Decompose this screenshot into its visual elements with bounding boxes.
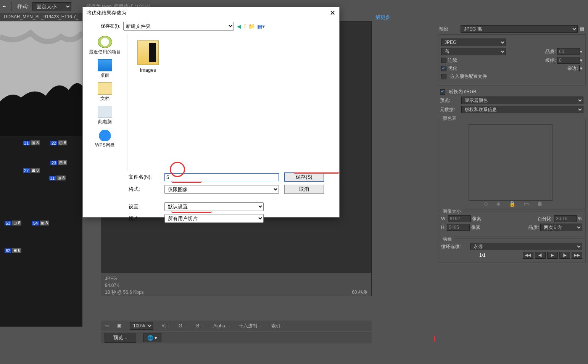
info-bar: ▭ ▣ 100% R: -- G: -- B: -- Alpha: -- 十六进… (101, 321, 372, 331)
px-label: 像素 (472, 216, 481, 221)
meta-select[interactable]: 版权和联系信息 (461, 106, 583, 113)
swatch-icon[interactable]: ◇ (484, 201, 488, 207)
embed-profile-checkbox[interactable] (441, 74, 446, 79)
format-label: 格式: (129, 186, 159, 193)
slice-marker[interactable]: 54⊞ 8 (32, 221, 49, 225)
info-r: R: -- (161, 323, 170, 329)
px-label: 像素 (471, 225, 480, 230)
format-select-dialog[interactable]: 仅限图像 (164, 185, 279, 194)
frame-indicator: 1/1 (479, 253, 486, 258)
slice-marker[interactable]: 62⊞ 8 (5, 248, 21, 253)
preview-select[interactable]: 显示器颜色 (461, 97, 583, 104)
folder-icon (137, 40, 159, 65)
slice-marker[interactable]: 27⊞ 8 (23, 168, 40, 173)
info-b: B: -- (196, 323, 205, 329)
loop-select[interactable]: 永远 (470, 243, 582, 250)
save-in-select[interactable]: 新建文件夹 (123, 22, 234, 31)
new-icon[interactable]: ▭ (524, 201, 529, 207)
place-this-pc[interactable]: 此电脑 (98, 106, 112, 125)
new-folder-icon[interactable]: 📁 (248, 23, 255, 29)
resample-select[interactable]: 两次立方 (540, 224, 582, 231)
place-recent[interactable]: 最近使用的项目 (89, 36, 121, 55)
preset-select[interactable]: JPEG 高 (461, 25, 578, 33)
places-sidebar: 最近使用的项目 桌面 文档 此电脑 WPS网盘 (83, 34, 127, 171)
dropdown-icon[interactable]: ▾ (580, 49, 582, 54)
status-time: 18 秒 @ 56.6 Kbps (105, 289, 144, 296)
view-menu-icon[interactable]: ▦▾ (257, 23, 265, 29)
preview-button[interactable]: 预览... (105, 333, 136, 343)
dialog-save-button[interactable]: 保存(S) (284, 172, 324, 182)
slice-marker[interactable]: 53⊞ 8 (5, 221, 21, 225)
cube-icon[interactable]: ◈ (496, 201, 501, 207)
place-desktop[interactable]: 桌面 (98, 59, 112, 79)
percent-input[interactable] (554, 215, 577, 222)
w-label: W: (441, 216, 446, 221)
slice-marker[interactable]: 23⊞ 8 (50, 160, 67, 165)
quality-level-select[interactable]: 高 (441, 48, 506, 55)
next-frame-button[interactable]: |▶ (559, 252, 570, 259)
h-label: H: (441, 225, 446, 230)
panel-menu-icon[interactable]: ▤ (580, 26, 584, 32)
folder-name: images (134, 67, 163, 73)
slice-marker[interactable]: 31⊞ 8 (49, 176, 66, 180)
slice-label: 切片: (129, 215, 159, 222)
srgb-checkbox[interactable] (440, 89, 445, 95)
dropdown-icon[interactable]: ▾ (580, 58, 582, 63)
playback-controls: ◀◀ ◀| ▶ |▶ ▶▶ (523, 252, 582, 259)
file-list[interactable]: images (127, 34, 339, 171)
separator (77, 2, 77, 11)
learn-more-link[interactable]: 解更多 (375, 14, 390, 21)
filename-input[interactable] (164, 173, 279, 181)
loop-label: 循环选项: (441, 243, 468, 250)
dropdown-icon[interactable]: ▾ (580, 66, 582, 71)
slice-marker[interactable]: 22⊞ 8 (50, 140, 67, 145)
last-frame-button[interactable]: ▶▶ (572, 252, 582, 259)
prev-frame-button[interactable]: ◀| (535, 252, 546, 259)
progressive-label: 连续 (448, 58, 457, 63)
slice-marker[interactable]: 21⊞ 8 (23, 140, 40, 145)
status-quality: 60 品质 (352, 289, 367, 296)
trash-icon[interactable]: 🗑 (537, 201, 543, 207)
place-wps-cloud[interactable]: WPS网盘 (95, 129, 114, 148)
zoom-in-icon[interactable]: ▣ (117, 323, 121, 329)
back-icon[interactable]: ◀ (237, 23, 241, 29)
brush-icon: ✒ (2, 4, 6, 9)
document-tab[interactable]: GDSAR_MYN_SL_919423_E116.7_ (0, 13, 82, 21)
lock-icon[interactable]: 🔒 (509, 201, 516, 207)
style-label: 样式: (17, 3, 29, 10)
folder-item[interactable]: images (134, 40, 163, 73)
percent-unit: % (578, 216, 582, 221)
blur-input[interactable] (557, 57, 580, 64)
first-frame-button[interactable]: ◀◀ (523, 252, 533, 259)
settings-select[interactable]: 默认设置 (164, 202, 264, 211)
embed-profile-label: 嵌入颜色配置文件 (450, 73, 487, 80)
status-size: 94.07K (105, 282, 367, 289)
zoom-select[interactable]: 100% (130, 322, 153, 330)
height-input[interactable] (447, 224, 470, 231)
color-table-group: 颜色表 ◇ ◈ 🔒 ▭ 🗑 (438, 118, 586, 209)
format-group: JPEG 高 品质: ▾ 连续 模糊: ▾ 优化 杂边: ▾ 嵌入颜色配置文件 (438, 34, 586, 85)
quality-input[interactable] (557, 48, 580, 55)
dialog-titlebar: 将优化结果存储为 ✕ (83, 7, 339, 19)
close-icon[interactable]: ✕ (330, 9, 335, 17)
style-select[interactable]: 固定大小 (32, 2, 71, 11)
play-button[interactable]: ▶ (547, 252, 558, 259)
slice-select[interactable]: 所有用户切片 (164, 214, 264, 223)
optimized-checkbox[interactable] (441, 66, 446, 71)
options-panel: 预设: JPEG 高 ▤ JPEG 高 品质: ▾ 连续 模糊: ▾ 优化 杂边… (435, 21, 588, 357)
browser-preview-button[interactable]: 🌐 ▾ (143, 333, 162, 342)
separator (11, 2, 12, 11)
optimized-label: 优化 (448, 66, 457, 71)
settings-label: 设置: (129, 203, 159, 210)
place-documents[interactable]: 文档 (98, 82, 112, 102)
progressive-checkbox[interactable] (441, 58, 446, 63)
info-alpha: Alpha: -- (213, 323, 230, 329)
save-dialog: 将优化结果存储为 ✕ 保存在(I): 新建文件夹 ◀ ⤴ 📁 ▦▾ 最近使用的项… (82, 7, 340, 217)
dialog-cancel-button[interactable]: 取消 (284, 185, 324, 194)
preset-label: 预设: (439, 26, 458, 32)
format-select[interactable]: JPEG (441, 39, 506, 46)
image-canvas-left (0, 21, 82, 327)
up-icon[interactable]: ⤴ (243, 23, 246, 29)
width-input[interactable] (448, 215, 471, 222)
zoom-out-icon[interactable]: ▭ (105, 323, 109, 329)
